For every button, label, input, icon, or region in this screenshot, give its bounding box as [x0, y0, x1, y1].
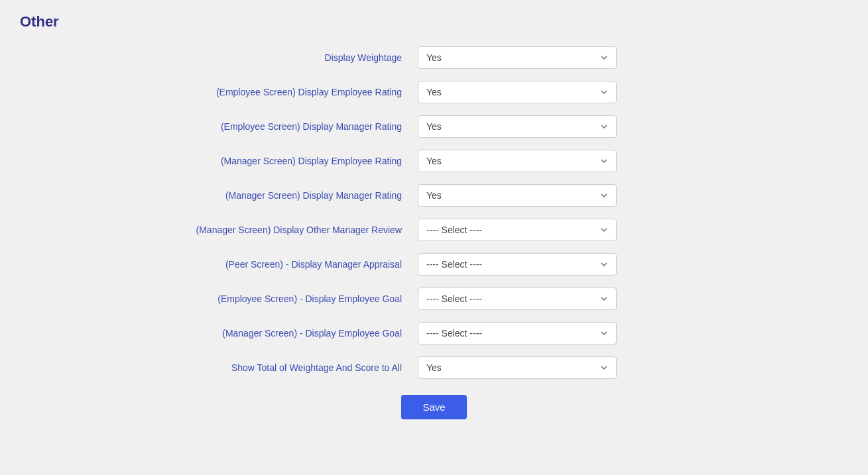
select-display-weightage[interactable]: YesNo: [418, 46, 617, 69]
label-peer-screen-display-manager-appraisal: (Peer Screen) - Display Manager Appraisa…: [20, 259, 418, 270]
form-row-employee-screen-display-employee-rating: (Employee Screen) Display Employee Ratin…: [20, 81, 617, 103]
select-employee-screen-display-employee-rating[interactable]: YesNo: [418, 81, 617, 103]
label-manager-screen-display-employee-goal: (Manager Screen) - Display Employee Goal: [20, 328, 418, 339]
form-row-show-total-weightage-score: Show Total of Weightage And Score to All…: [20, 356, 617, 379]
select-manager-screen-display-manager-rating[interactable]: YesNo: [418, 184, 617, 207]
form-row-manager-screen-display-other-manager-review: (Manager Screen) Display Other Manager R…: [20, 219, 617, 241]
select-employee-screen-display-manager-rating[interactable]: YesNo: [418, 115, 617, 138]
label-employee-screen-display-manager-rating: (Employee Screen) Display Manager Rating: [20, 121, 418, 132]
save-row: Save: [20, 395, 848, 419]
form-row-employee-screen-display-employee-goal: (Employee Screen) - Display Employee Goa…: [20, 288, 617, 310]
select-manager-screen-display-employee-rating[interactable]: YesNo: [418, 150, 617, 172]
select-manager-screen-display-other-manager-review[interactable]: ---- Select ----YesNo: [418, 219, 617, 241]
label-manager-screen-display-employee-rating: (Manager Screen) Display Employee Rating: [20, 156, 418, 166]
save-button[interactable]: Save: [401, 395, 466, 419]
select-show-total-weightage-score[interactable]: YesNo: [418, 356, 617, 379]
form-row-employee-screen-display-manager-rating: (Employee Screen) Display Manager Rating…: [20, 115, 617, 138]
label-employee-screen-display-employee-rating: (Employee Screen) Display Employee Ratin…: [20, 87, 418, 97]
form-row-manager-screen-display-employee-goal: (Manager Screen) - Display Employee Goal…: [20, 322, 617, 344]
label-display-weightage: Display Weightage: [20, 52, 418, 63]
form-row-peer-screen-display-manager-appraisal: (Peer Screen) - Display Manager Appraisa…: [20, 253, 617, 276]
select-manager-screen-display-employee-goal[interactable]: ---- Select ----YesNo: [418, 322, 617, 344]
label-manager-screen-display-other-manager-review: (Manager Screen) Display Other Manager R…: [20, 225, 418, 235]
select-employee-screen-display-employee-goal[interactable]: ---- Select ----YesNo: [418, 288, 617, 310]
form-row-manager-screen-display-manager-rating: (Manager Screen) Display Manager RatingY…: [20, 184, 617, 207]
form-row-display-weightage: Display WeightageYesNo: [20, 46, 617, 69]
label-manager-screen-display-manager-rating: (Manager Screen) Display Manager Rating: [20, 190, 418, 201]
select-peer-screen-display-manager-appraisal[interactable]: ---- Select ----YesNo: [418, 253, 617, 276]
label-employee-screen-display-employee-goal: (Employee Screen) - Display Employee Goa…: [20, 293, 418, 304]
form-row-manager-screen-display-employee-rating: (Manager Screen) Display Employee Rating…: [20, 150, 617, 172]
label-show-total-weightage-score: Show Total of Weightage And Score to All: [20, 362, 418, 373]
form-container: Display WeightageYesNo(Employee Screen) …: [20, 46, 617, 379]
page-title: Other: [20, 13, 848, 30]
